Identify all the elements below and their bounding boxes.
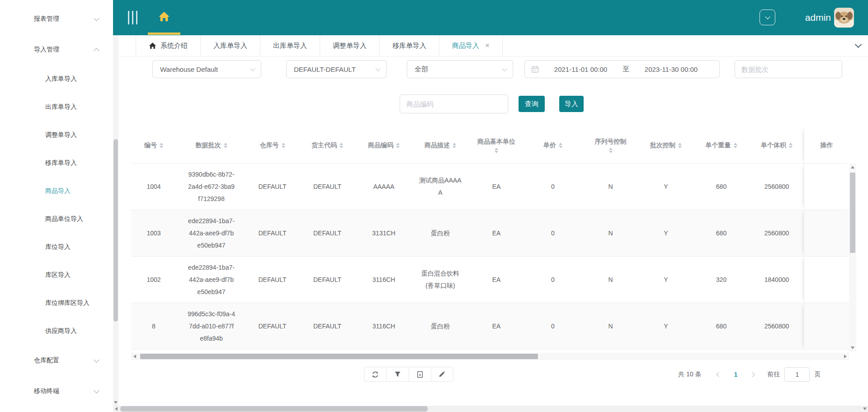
column-header-id[interactable]: 编号 [131, 127, 176, 163]
sidebar-item-1[interactable]: 导入管理 [0, 34, 113, 65]
sidebar-item-11[interactable]: 供应商导入 [0, 317, 113, 345]
scroll-left-arrow-icon[interactable] [131, 353, 138, 360]
header-dropdown-button[interactable] [760, 9, 775, 25]
table-horizontal-scrollbar[interactable] [131, 353, 849, 360]
tab-2[interactable]: 出库单导入 [260, 35, 320, 56]
sidebar-scrollbar-thumb[interactable] [113, 139, 118, 322]
sidebar-item-0[interactable]: 报表管理 [0, 4, 113, 34]
sidebar-item-12[interactable]: 仓库配置 [0, 345, 113, 376]
avatar[interactable] [834, 8, 854, 28]
scroll-down-arrow-icon[interactable] [849, 344, 856, 351]
sort-carets-icon[interactable] [678, 143, 682, 148]
sku-search-input[interactable] [400, 95, 508, 113]
sidebar-scrollbar[interactable] [113, 35, 118, 406]
cell-price: 0 [524, 303, 582, 349]
sidebar-item-8[interactable]: 库位导入 [0, 233, 113, 261]
sort-carets-icon[interactable] [224, 143, 227, 148]
column-header-warehouse[interactable]: 仓库号 [246, 127, 298, 163]
sort-carets-icon[interactable] [160, 143, 163, 148]
column-header-op: 操作 [804, 127, 849, 163]
tab-1[interactable]: 入库单导入 [201, 35, 260, 56]
owner-select[interactable]: DEFAULT-DEFAULT [286, 60, 387, 78]
sort-carets-icon[interactable] [495, 148, 498, 153]
sidebar-item-label: 库位导入 [45, 243, 71, 251]
scroll-left-arrow-icon[interactable] [113, 406, 119, 412]
column-header-unit[interactable]: 商品基本单位 [469, 127, 524, 163]
table-vertical-scrollbar[interactable] [849, 164, 856, 351]
column-label: 商品编码 [368, 141, 393, 150]
sidebar-item-5[interactable]: 移库单导入 [0, 149, 113, 177]
sort-carets-icon[interactable] [609, 148, 613, 153]
tab-4[interactable]: 移库单导入 [380, 35, 439, 56]
table-row[interactable]: 10049390db6c-8b72-2a4d-e672-3ba9f7129298… [131, 164, 849, 210]
refresh-button[interactable] [364, 367, 387, 381]
date-range-picker[interactable]: 2021-11-01 00:00 至 2023-11-30 00:00 [524, 60, 720, 78]
batch-filter-input[interactable] [735, 61, 842, 78]
filter-button[interactable] [387, 367, 409, 381]
cell-batch: ede22894-1ba7-442a-aee9-df7be50eb947 [176, 257, 246, 303]
close-icon[interactable]: × [485, 41, 490, 50]
home-button[interactable] [148, 0, 180, 35]
column-header-weight[interactable]: 单个重量 [693, 127, 750, 163]
prev-page-button[interactable] [711, 367, 726, 382]
column-header-sku[interactable]: 商品编码 [356, 127, 411, 163]
column-header-serial[interactable]: 序列号控制 [582, 127, 639, 163]
page-hscroll-thumb[interactable] [120, 406, 428, 412]
column-header-volume[interactable]: 单个体积 [750, 127, 804, 163]
table-row[interactable]: 1003ede22894-1ba7-442a-aee9-df7be50eb947… [131, 210, 849, 257]
sort-carets-icon[interactable] [396, 143, 400, 148]
sku-search-field [400, 94, 508, 113]
sort-carets-icon[interactable] [734, 143, 737, 148]
sidebar-item-label: 调整单导入 [45, 131, 77, 139]
username[interactable]: admin [805, 0, 831, 35]
sidebar-toggle-button[interactable] [128, 11, 137, 24]
tab-overflow-button[interactable] [856, 41, 861, 49]
sidebar-item-10[interactable]: 库位绑库区导入 [0, 289, 113, 317]
table-vscroll-thumb[interactable] [850, 173, 855, 253]
column-header-price[interactable]: 单价 [524, 127, 582, 163]
table-hscroll-thumb[interactable] [140, 354, 538, 359]
sidebar-item-13[interactable]: 移动终端 [0, 376, 113, 407]
date-start-value[interactable]: 2021-11-01 00:00 [539, 66, 623, 73]
scope-select[interactable]: 全部 [407, 60, 513, 78]
search-button[interactable]: 查询 [519, 96, 545, 112]
scroll-up-arrow-icon[interactable] [849, 164, 856, 171]
scroll-right-arrow-icon[interactable] [842, 353, 849, 360]
column-label: 货主代码 [311, 141, 337, 150]
sort-carets-icon[interactable] [559, 143, 562, 148]
tab-0[interactable]: 系统介绍 [136, 35, 201, 56]
page-horizontal-scrollbar[interactable] [113, 406, 868, 412]
import-button[interactable]: 导入 [559, 96, 584, 112]
tab-label: 入库单导入 [213, 42, 247, 50]
cell-unit: EA [469, 210, 524, 256]
tab-5[interactable]: 商品导入× [439, 35, 503, 56]
scroll-down-arrow-icon[interactable] [113, 399, 118, 406]
sidebar-item-9[interactable]: 库区导入 [0, 261, 113, 289]
cell-id: 1002 [131, 257, 176, 303]
sidebar-item-3[interactable]: 出库单导入 [0, 93, 113, 121]
sidebar-item-2[interactable]: 入库单导入 [0, 65, 113, 93]
sidebar-item-6[interactable]: 商品导入 [0, 177, 113, 205]
sort-carets-icon[interactable] [282, 143, 285, 148]
column-header-batch[interactable]: 数据批次 [176, 127, 246, 163]
sort-carets-icon[interactable] [789, 143, 793, 148]
page-number[interactable]: 1 [726, 371, 745, 378]
edit-button[interactable] [431, 367, 453, 381]
table-row[interactable]: 8996d5c3c-f09a-47dd-a010-e877fe8fa94bDEF… [131, 303, 849, 350]
scroll-down-arrow-icon[interactable] [862, 406, 868, 412]
column-header-batch_ctrl[interactable]: 批次控制 [639, 127, 693, 163]
export-excel-button[interactable]: x [409, 367, 431, 381]
sort-carets-icon[interactable] [340, 143, 343, 148]
sort-carets-icon[interactable] [453, 143, 456, 148]
date-end-value[interactable]: 2023-11-30 00:00 [629, 66, 713, 73]
goto-page-input[interactable] [784, 367, 810, 382]
table-row[interactable]: 1002ede22894-1ba7-442a-aee9-df7be50eb947… [131, 257, 849, 303]
column-header-owner[interactable]: 货主代码 [298, 127, 356, 163]
sidebar-item-4[interactable]: 调整单导入 [0, 121, 113, 149]
warehouse-select[interactable]: Warehouse Default [152, 60, 261, 78]
next-page-button[interactable] [745, 367, 760, 382]
tab-3[interactable]: 调整单导入 [320, 35, 380, 56]
column-label: 单个重量 [706, 141, 731, 150]
column-header-desc[interactable]: 商品描述 [411, 127, 469, 163]
sidebar-item-7[interactable]: 商品单位导入 [0, 205, 113, 233]
